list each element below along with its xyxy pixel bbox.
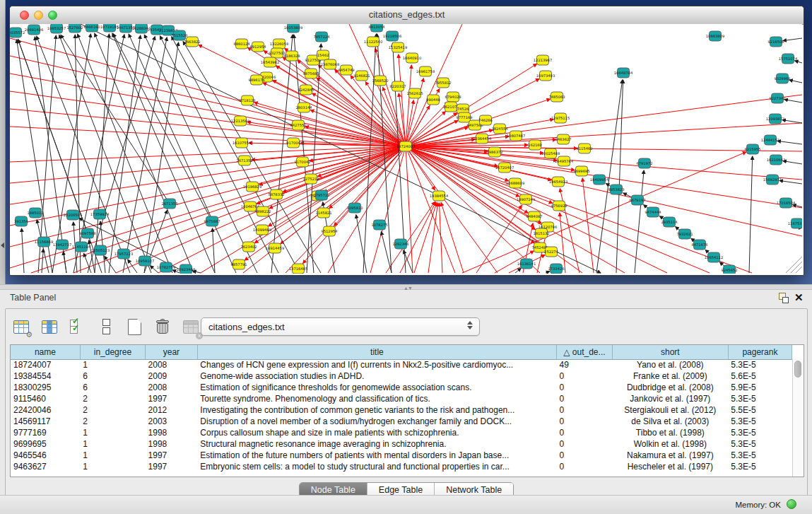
column-header-pagerank[interactable]: pagerank xyxy=(728,345,792,359)
node-label: 20206505 xyxy=(64,213,82,217)
cytoscape-desktop: citations_edges.txt 187240077663822886 xyxy=(0,0,812,284)
node-label: 9245652 xyxy=(721,268,737,272)
table-cell: Franke et al. (2009) xyxy=(612,370,728,382)
node-label: 2935114 xyxy=(661,220,678,224)
table-cell: 5.3E-5 xyxy=(728,450,792,461)
node-label: 23676068 xyxy=(321,62,339,66)
node-label: 18409954 xyxy=(590,177,609,182)
collapse-panel-arrow-icon[interactable] xyxy=(1,243,4,248)
node-label: 16914459 xyxy=(266,246,284,250)
network-window-titlebar[interactable]: citations_edges.txt xyxy=(10,6,804,25)
table-row[interactable]: 2242004622012Investigating the contribut… xyxy=(11,404,792,416)
node-label: 16495764 xyxy=(555,159,574,163)
table-cell: 5.3E-5 xyxy=(728,416,792,427)
node-table-grid[interactable]: namein_degreeyeartitle△ out_de...shortpa… xyxy=(11,345,792,472)
node-label: 15751074 xyxy=(779,57,798,61)
node-label: 162160 xyxy=(528,143,542,147)
node-label: 9484067 xyxy=(526,214,542,218)
import-table-disabled-icon[interactable]: x xyxy=(181,317,201,337)
node-label: 252274 xyxy=(544,250,559,254)
node-label: 17359924 xyxy=(90,212,110,216)
memory-ok-indicator-icon[interactable] xyxy=(787,499,796,509)
float-window-icon[interactable] xyxy=(777,293,788,303)
table-panel-title: Table Panel xyxy=(10,293,56,303)
column-header-title[interactable]: title xyxy=(197,345,556,359)
scrollbar-thumb[interactable] xyxy=(794,361,801,378)
node-label: 10883809 xyxy=(706,34,724,38)
node-label: 11156869 xyxy=(35,240,53,244)
select-column-icon[interactable] xyxy=(40,317,59,337)
node-label: 9777169 xyxy=(456,115,472,119)
table-selector-dropdown[interactable]: citations_edges.txt xyxy=(201,317,480,336)
node-label: 1562615 xyxy=(406,91,423,95)
node-label: 10973493 xyxy=(536,74,555,78)
node-label: 8454749 xyxy=(338,68,354,72)
table-cell: Hescheler et al. (1997) xyxy=(612,461,728,472)
table-cell: de Silva et al. (2003) xyxy=(612,416,728,427)
node-label: 9327503 xyxy=(269,51,285,55)
node-label: 16136141 xyxy=(517,262,536,266)
table-settings-icon[interactable]: ⚙ xyxy=(11,317,31,337)
table-selector-value: citations_edges.txt xyxy=(208,322,285,332)
delete-table-icon[interactable] xyxy=(153,317,172,337)
node-label: 8860124 xyxy=(233,42,250,46)
node-label: 1275212 xyxy=(302,177,319,181)
table-panel-header: Table Panel ✕ xyxy=(0,290,812,307)
split-divider[interactable]: ▲▼ xyxy=(0,284,812,290)
table-row[interactable]: 1938455462009Genome-wide association stu… xyxy=(11,370,792,382)
column-header-in_degree[interactable]: in_degree xyxy=(80,345,145,359)
node-label: 746266 xyxy=(478,118,493,122)
table-row[interactable]: 969969511998Structural magnetic resonanc… xyxy=(11,438,792,450)
table-cell: 18724007 xyxy=(11,359,80,370)
column-header-short[interactable]: short xyxy=(612,345,728,359)
node-label: 12975115 xyxy=(551,116,570,120)
node-label: 4898222 xyxy=(254,209,271,214)
node-label: 10654112 xyxy=(705,255,723,259)
table-cell: 2003 xyxy=(146,416,198,427)
table-row[interactable]: 1830029562008Estimation of significance … xyxy=(11,382,792,393)
table-cell: 9699695 xyxy=(11,438,80,450)
column-header-name[interactable]: name xyxy=(11,345,80,359)
new-table-icon[interactable] xyxy=(124,317,144,337)
node-label: 1885011 xyxy=(27,211,43,215)
node-label: 13716485 xyxy=(289,267,307,271)
node-label: 11122540 xyxy=(364,40,382,44)
node-label: 18724007 xyxy=(396,144,415,148)
row-height-icon[interactable] xyxy=(96,317,116,337)
window-title: citations_edges.txt xyxy=(10,9,804,20)
table-cell: Disruption of a novel member of a sodium… xyxy=(197,416,556,427)
column-header-out_de[interactable]: △ out_de... xyxy=(556,345,612,359)
table-vertical-scrollbar[interactable] xyxy=(792,359,804,477)
table-row[interactable]: 911546021997Tourette syndrome. Phenomeno… xyxy=(11,393,792,404)
node-label: 15720407 xyxy=(495,165,514,170)
table-row[interactable]: 946554611997Estimation of the future num… xyxy=(11,450,792,461)
node-label: 13942737 xyxy=(53,243,71,247)
table-cell: 2009 xyxy=(146,370,198,382)
network-canvas[interactable]: 1872400776638228860124891295413226058932… xyxy=(10,24,802,274)
table-row[interactable]: 1456911722003Disruption of a novel membe… xyxy=(11,416,792,427)
table-row[interactable]: 1872400712008Changes of HCN gene express… xyxy=(11,359,792,370)
column-header-year[interactable]: year xyxy=(146,345,198,359)
table-cell: 2 xyxy=(80,404,145,416)
left-panel-strip xyxy=(0,0,6,284)
node-label: 9896176 xyxy=(248,78,264,82)
table-cell: Tibbo et al. (1998) xyxy=(612,427,728,438)
table-row[interactable]: 946362711997Embryonic stem cells: a mode… xyxy=(11,461,792,472)
node-label: 14099489 xyxy=(253,228,271,232)
resize-grip-icon[interactable] xyxy=(786,257,802,273)
node-label: 7623402 xyxy=(240,245,257,249)
table-cell: 22420046 xyxy=(11,404,80,416)
table-row[interactable]: 977716911998Corpus callosum shape and si… xyxy=(11,427,792,438)
table-cell: Estimation of the future numbers of pati… xyxy=(197,450,556,461)
network-window[interactable]: citations_edges.txt 187240077663822886 xyxy=(9,6,804,276)
node-label: 7663822 xyxy=(184,40,200,44)
close-icon[interactable]: ✕ xyxy=(794,291,804,304)
node-label: 19196829 xyxy=(243,185,261,189)
network-graph[interactable]: 1872400776638228860124891295413226058932… xyxy=(10,24,802,274)
node-label: 2803144 xyxy=(295,105,312,110)
node-label: 19218506 xyxy=(383,34,401,38)
node-label: 12213967 xyxy=(534,58,552,62)
table-toolbar: ⚙✓✓xf(x) xyxy=(11,315,229,339)
select-rows-icon[interactable]: ✓✓ xyxy=(68,317,88,337)
node-label: 8186328 xyxy=(283,54,300,58)
